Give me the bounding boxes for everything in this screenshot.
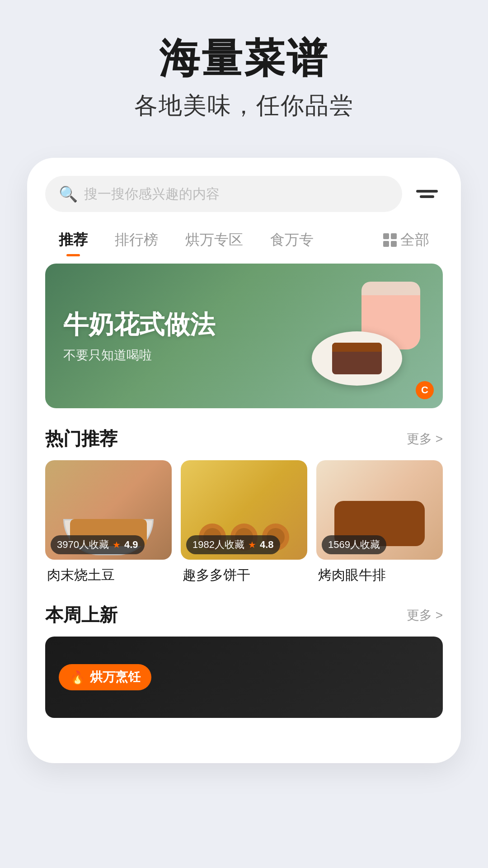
tab-ranking[interactable]: 排行榜 <box>101 226 172 255</box>
search-bar[interactable]: 🔍 搜一搜你感兴趣的内容 <box>45 176 402 212</box>
search-placeholder-text: 搜一搜你感兴趣的内容 <box>84 185 220 203</box>
badge-count-2: 1982人收藏 <box>192 538 244 552</box>
week-section-header: 本周上新 更多 > <box>45 603 443 627</box>
badge-rating-2: 4.8 <box>260 539 274 551</box>
tab-recommend[interactable]: 推荐 <box>45 226 101 255</box>
recipe-img-1: 3970人收藏 ★ 4.9 <box>45 460 172 560</box>
week-section-more[interactable]: 更多 > <box>407 607 443 624</box>
week-tag-text: 烘万烹饪 <box>90 669 141 686</box>
nav-tabs: 推荐 排行榜 烘万专区 食万专 全部 <box>27 226 461 255</box>
recipe-badge-3: 1569人收藏 <box>322 535 386 554</box>
recipe-name-2: 趣多多饼干 <box>181 566 307 585</box>
week-new-section: 本周上新 更多 > 🔥 烘万烹饪 <box>27 603 461 718</box>
recipe-badge-1: 3970人收藏 ★ 4.9 <box>51 535 145 554</box>
recipe-badge-2: 1982人收藏 ★ 4.8 <box>186 535 280 554</box>
badge-count-3: 1569人收藏 <box>328 538 380 552</box>
hot-section-header: 热门推荐 更多 > <box>45 426 443 451</box>
page-background: 海量菜谱 各地美味，任你品尝 🔍 搜一搜你感兴趣的内容 推荐 排行榜 烘万 <box>0 0 488 868</box>
recipe-card-1[interactable]: 3970人收藏 ★ 4.9 肉末烧土豆 <box>45 460 172 585</box>
hot-section-more[interactable]: 更多 > <box>407 430 443 448</box>
recipe-card-2[interactable]: 1982人收藏 ★ 4.8 趣多多饼干 <box>181 460 307 585</box>
badge-star-2: ★ <box>248 539 256 550</box>
search-icon: 🔍 <box>59 185 78 203</box>
week-banner[interactable]: 🔥 烘万烹饪 <box>45 637 443 718</box>
recipe-name-1: 肉末烧土豆 <box>45 566 172 585</box>
badge-count-1: 3970人收藏 <box>57 538 109 552</box>
header-title: 海量菜谱 <box>0 36 488 81</box>
menu-icon[interactable] <box>411 178 443 210</box>
recipe-img-3: 1569人收藏 <box>316 460 443 560</box>
banner-c-badge: C <box>416 381 434 399</box>
week-section-title: 本周上新 <box>45 603 117 627</box>
header-subtitle: 各地美味，任你品尝 <box>0 90 488 122</box>
recipe-img-2: 1982人收藏 ★ 4.8 <box>181 460 307 560</box>
tab-baking[interactable]: 烘万专区 <box>172 226 257 255</box>
grid-icon <box>383 233 397 247</box>
menu-bar-bottom <box>420 195 434 198</box>
badge-rating-1: 4.9 <box>124 539 138 551</box>
app-card: 🔍 搜一搜你感兴趣的内容 推荐 排行榜 烘万专区 食万专 <box>27 158 461 763</box>
main-banner[interactable]: 牛奶花式做法 不要只知道喝啦 C <box>45 264 443 408</box>
tiramisu-plate <box>312 331 402 386</box>
recipe-name-3: 烤肉眼牛排 <box>316 566 443 585</box>
recipe-list: 3970人收藏 ★ 4.9 肉末烧土豆 1982人收藏 <box>27 460 461 585</box>
badge-star-1: ★ <box>113 539 121 550</box>
header-section: 海量菜谱 各地美味，任你品尝 <box>0 0 488 140</box>
tab-all[interactable]: 全部 <box>370 226 443 255</box>
fire-icon: 🔥 <box>70 670 85 685</box>
recipe-card-3[interactable]: 1569人收藏 烤肉眼牛排 <box>316 460 443 585</box>
search-area: 🔍 搜一搜你感兴趣的内容 <box>45 176 443 212</box>
banner-food-decoration <box>285 277 429 395</box>
hot-section-title: 热门推荐 <box>45 426 117 451</box>
menu-bar-top <box>416 190 438 193</box>
tab-food[interactable]: 食万专 <box>257 226 327 255</box>
week-tag: 🔥 烘万烹饪 <box>59 664 151 690</box>
